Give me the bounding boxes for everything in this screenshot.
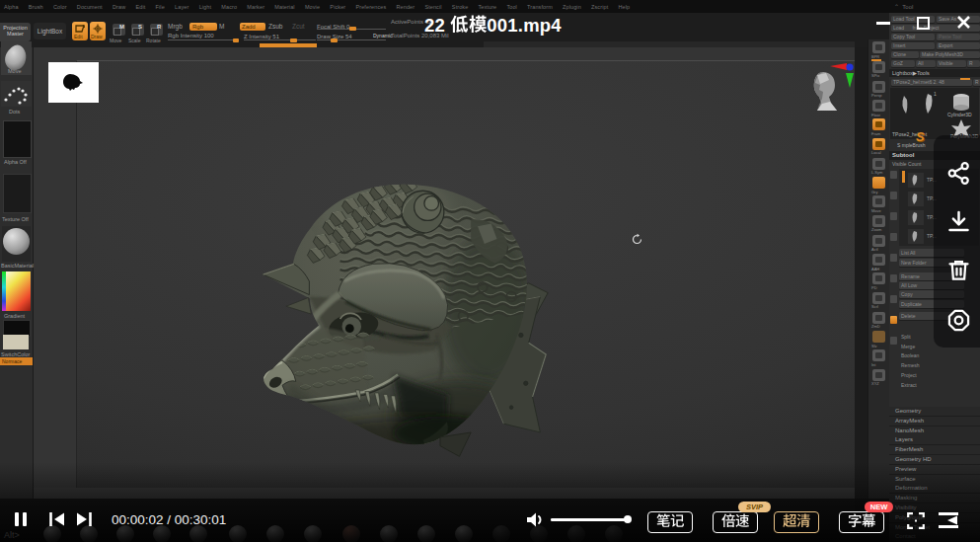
svg-text:Cylinder3D: Cylinder3D bbox=[947, 112, 972, 117]
svg-text:1: 1 bbox=[934, 91, 937, 97]
